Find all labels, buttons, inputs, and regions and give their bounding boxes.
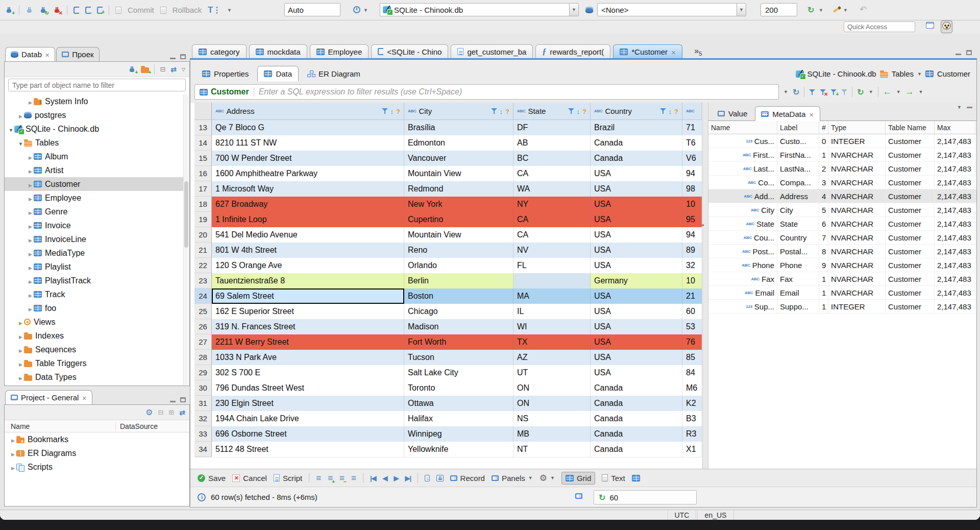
meta-column-label[interactable]: Label (777, 121, 819, 134)
editor-tab-category[interactable]: category (192, 44, 247, 58)
cell-city[interactable]: Berlin (404, 273, 513, 288)
link-with-editor-icon[interactable]: ⇄ (179, 408, 185, 417)
auto-refresh-dropdown-icon[interactable]: ▼ (869, 89, 873, 94)
close-icon[interactable] (809, 110, 814, 118)
meta-column-name[interactable]: Name (708, 121, 777, 134)
chevron-down-icon[interactable]: ▼ (917, 71, 922, 77)
breadcrumb-table[interactable]: Customer (937, 69, 970, 78)
commit-button[interactable]: Commit (128, 6, 154, 14)
view-menu-icon[interactable]: ▽ (182, 67, 185, 72)
expander-icon[interactable] (27, 276, 34, 285)
value-viewer-icon[interactable] (632, 475, 640, 481)
sort-icon[interactable] (669, 107, 672, 115)
cell-city[interactable]: Salt Lake City (404, 365, 513, 380)
cell-postal[interactable]: T6 (682, 135, 702, 151)
tree-item-genre[interactable]: Genre (5, 205, 183, 219)
cell-state[interactable] (513, 273, 591, 288)
meta-cell-name[interactable]: 123Sup... (708, 300, 777, 313)
column-header-state[interactable]: ABCState (513, 103, 591, 120)
tree-item-data-types[interactable]: Data Types (5, 370, 183, 384)
expander-icon[interactable] (27, 235, 34, 244)
filter-icon[interactable] (491, 108, 497, 114)
row-number[interactable]: 26 (194, 319, 212, 334)
filter-menu-icon[interactable] (841, 89, 847, 95)
tab-projects[interactable]: Проек (56, 47, 99, 61)
nav-back-icon[interactable]: ← (883, 87, 892, 97)
editor-tab-customer[interactable]: *Customer (613, 44, 682, 58)
cell-postal[interactable]: 71 (682, 120, 702, 135)
cell-address[interactable]: Tauentzienstraße 8 (212, 273, 404, 288)
cell-postal[interactable]: R3 (682, 426, 702, 442)
cell-city[interactable]: Vancouver (404, 151, 513, 166)
filter-history-dropdown-icon[interactable]: ▼ (783, 89, 788, 94)
column-help-icon[interactable] (505, 107, 509, 115)
expander-icon[interactable] (27, 304, 34, 313)
connection-combo[interactable]: SQLite - Chinook.db ▼ (380, 3, 579, 16)
metadata-row[interactable]: ABCFirst...FirstNa...1NVARCHARCustomer2,… (708, 148, 976, 162)
tree-item-artist[interactable]: Artist (5, 163, 183, 177)
meta-cell-name[interactable]: ABCFirst... (708, 148, 777, 161)
cell-state[interactable]: UT (513, 365, 591, 380)
view-menu-icon[interactable]: ▼ (957, 105, 962, 110)
close-icon[interactable] (82, 393, 86, 402)
panel-splitter[interactable] (702, 103, 708, 469)
cell-state[interactable]: NV (513, 243, 591, 258)
cell-state[interactable]: BC (513, 151, 591, 166)
tree-item-employee[interactable]: Employee (5, 191, 183, 205)
meta-cell-name[interactable]: ABCState (708, 217, 777, 230)
cell-city[interactable]: Ottawa (404, 396, 513, 411)
tree-item-album[interactable]: Album (5, 150, 183, 163)
row-number[interactable]: 21 (194, 243, 212, 258)
refresh-rows-icon[interactable] (351, 474, 356, 483)
cell-city[interactable]: Mountain View (404, 227, 513, 243)
filter-placeholder[interactable]: Enter a SQL expression to filter results… (254, 87, 462, 97)
next-row-icon[interactable]: ▶ (394, 474, 399, 482)
column-header-country[interactable]: ABCCountry (591, 103, 682, 120)
cell-country[interactable]: USA (591, 288, 682, 304)
cell-address[interactable]: 162 E Superior Street (212, 304, 404, 319)
nav-forward-icon[interactable]: → (905, 87, 914, 97)
rollback-button[interactable]: Rollback (173, 6, 202, 14)
cell-state[interactable]: WA (513, 181, 591, 197)
sql-editor-icon[interactable] (74, 7, 79, 14)
row-number[interactable]: 33 (194, 426, 212, 442)
close-icon[interactable] (45, 50, 50, 59)
new-sql-editor-icon[interactable]: + (97, 7, 103, 14)
cell-postal[interactable]: 53 (682, 319, 702, 334)
cell-state[interactable]: IL (513, 304, 591, 319)
auto-refresh-box[interactable]: 60 (594, 490, 697, 504)
metadata-row[interactable]: ABCPost...Postal...8NVARCHARCustomer2,14… (708, 245, 976, 258)
expander-icon[interactable] (17, 359, 24, 368)
cell-country[interactable]: USA (591, 304, 682, 319)
expander-icon[interactable] (27, 194, 34, 203)
cell-address[interactable]: 2211 W Berry Street (212, 334, 404, 350)
metadata-row[interactable]: ABCFaxFax1NVARCHARCustomer2,147,483 (708, 272, 976, 286)
cell-state[interactable]: CA (513, 227, 591, 243)
cell-city[interactable]: Orlando (404, 258, 513, 273)
cell-city[interactable]: Yellowknife (404, 442, 513, 457)
row-number[interactable]: 13 (194, 120, 212, 135)
maximize-icon[interactable] (966, 50, 972, 55)
row-number[interactable]: 16 (194, 166, 212, 181)
transaction-log-icon[interactable]: T⋮ (208, 5, 221, 15)
cell-postal[interactable]: 32 (682, 258, 702, 273)
quick-access-input[interactable] (844, 21, 915, 32)
meta-column-type[interactable]: Type (828, 121, 886, 134)
format-brush-icon[interactable] (833, 6, 841, 13)
tree-item-customer[interactable]: Customer (5, 177, 183, 191)
open-sql-script-icon[interactable]: → (85, 7, 91, 14)
cell-country[interactable]: USA (591, 365, 682, 380)
tree-item-playlist[interactable]: Playlist (5, 260, 183, 274)
tab-er-diagram[interactable]: ER Diagram (301, 66, 367, 81)
cell-state[interactable]: WI (513, 319, 591, 334)
row-number[interactable]: 22 (194, 258, 212, 273)
tab-database-navigator[interactable]: Datab (5, 47, 55, 61)
filter-icon[interactable] (382, 108, 388, 114)
project-item-er-diagrams[interactable]: ER Diagrams (5, 446, 189, 460)
cell-state[interactable]: NY (513, 197, 591, 212)
cell-state[interactable]: FL (513, 258, 591, 273)
cell-country[interactable]: Canada (591, 426, 682, 442)
metadata-row[interactable]: ABCStateState6NVARCHARCustomer2,147,483 (708, 217, 976, 231)
tree-item-indexes[interactable]: Indexes (5, 329, 183, 343)
tree-item-track[interactable]: Track (5, 287, 183, 301)
